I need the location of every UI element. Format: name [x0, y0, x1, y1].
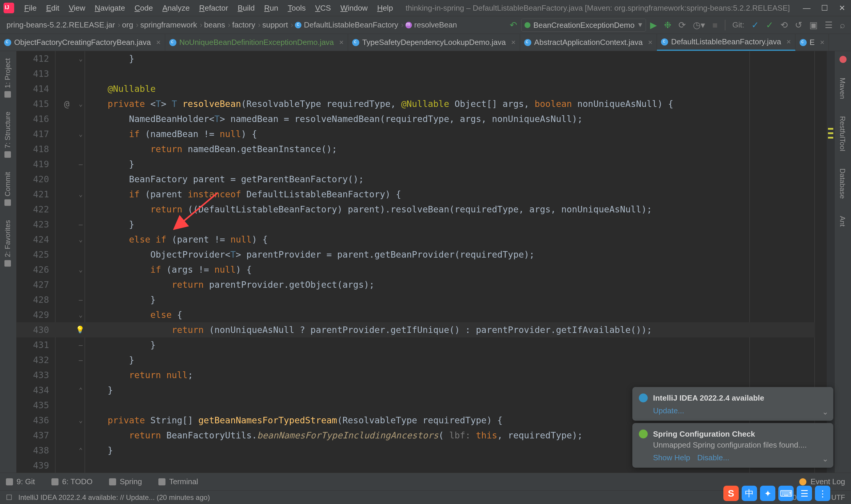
stop-icon[interactable]: ■ [709, 20, 720, 30]
line-number[interactable]: 437 [33, 428, 49, 443]
fold-toggle-icon[interactable]: ⌄ [76, 262, 85, 277]
menu-navigate[interactable]: Navigate [90, 0, 130, 16]
code-line[interactable]: } [86, 337, 156, 353]
fold-toggle-icon[interactable]: ⌄ [76, 187, 85, 202]
status-wm-icon[interactable]: ☐ [6, 493, 13, 502]
line-number[interactable]: 426 [33, 262, 49, 277]
line-number[interactable]: 417 [33, 126, 49, 142]
code-line[interactable]: private <T> T resolveBean(ResolvableType… [86, 96, 673, 111]
close-tab-icon[interactable]: × [784, 37, 791, 47]
ime-key[interactable]: 中 [742, 486, 757, 501]
fold-toggle-icon[interactable]: ⌃ [76, 443, 85, 458]
line-number[interactable]: 433 [33, 367, 49, 382]
line-number[interactable]: 416 [33, 111, 49, 126]
editor-tab[interactable]: E× [795, 34, 829, 51]
code-line[interactable]: return null; [86, 367, 193, 382]
settings-icon[interactable]: ☰ [822, 20, 836, 30]
notification-link[interactable]: Disable... [698, 450, 729, 462]
event-log-button[interactable]: Event Log [811, 477, 845, 486]
close-tab-icon[interactable]: × [646, 38, 652, 47]
ime-key[interactable]: ☰ [797, 486, 812, 501]
chevron-down-icon[interactable]: ⌄ [822, 408, 829, 417]
tool-window-tab[interactable]: Maven [835, 68, 850, 106]
ime-key[interactable]: ⌨ [778, 486, 794, 501]
maximize-button[interactable]: ☐ [816, 0, 833, 16]
code-line[interactable]: return BeanFactoryUtils.beanNamesForType… [86, 428, 583, 443]
tool-window-tab[interactable]: 2: Favorites [0, 213, 15, 274]
line-number[interactable]: 439 [33, 458, 49, 473]
code-line[interactable]: return parentProvider.getObject(args); [86, 277, 374, 292]
menu-code[interactable]: Code [130, 0, 158, 16]
code-line[interactable]: } [86, 443, 113, 458]
line-number[interactable]: 429 [33, 307, 49, 322]
fold-toggle-icon[interactable]: ⌄ [76, 232, 85, 247]
line-number[interactable]: 422 [33, 202, 49, 217]
minimize-button[interactable]: — [798, 0, 816, 16]
menu-analyze[interactable]: Analyze [158, 0, 195, 16]
notification-balloon[interactable]: Spring Configuration CheckUnmapped Sprin… [632, 423, 833, 468]
breadcrumb-item[interactable]: DefaultListableBeanFactory [291, 20, 402, 30]
code-line[interactable]: else if (parent != null) { [86, 232, 268, 247]
breadcrumb-item[interactable]: support [259, 20, 292, 30]
code-line[interactable]: private String[] getBeanNamesForTypedStr… [86, 413, 503, 428]
code-line[interactable]: return namedBean.getBeanInstance(); [86, 142, 337, 157]
chevron-down-icon[interactable]: ⌄ [822, 454, 829, 464]
code-line[interactable]: else { [86, 307, 182, 322]
build-icon[interactable]: ▣ [807, 20, 820, 30]
intention-bulb-icon[interactable]: 💡 [76, 322, 85, 337]
code-line[interactable]: if (args != null) { [86, 262, 252, 277]
tool-window-tab[interactable]: 7: Structure [0, 105, 15, 165]
menu-file[interactable]: File [19, 0, 41, 16]
editor-tab[interactable]: ObjectFactoryCreatingFactoryBean.java× [0, 34, 165, 51]
menu-build[interactable]: Build [233, 0, 259, 16]
fold-toggle-icon[interactable]: ⌃ [76, 382, 85, 398]
gutter-override-icon[interactable]: @ [58, 96, 76, 111]
line-number[interactable]: 430 [33, 322, 49, 337]
code-line[interactable]: return (nonUniqueAsNull ? parentProvider… [86, 322, 652, 337]
line-number[interactable]: 435 [33, 398, 49, 413]
line-number[interactable]: 423 [33, 217, 49, 232]
code-line[interactable]: @Nullable [86, 81, 156, 96]
fold-toggle-icon[interactable]: – [76, 217, 85, 232]
editor-tab[interactable]: TypeSafetyDependencyLookupDemo.java× [348, 34, 520, 51]
fold-toggle-icon[interactable]: ⌄ [76, 96, 85, 111]
notification-link[interactable]: Update... [653, 403, 684, 415]
line-number[interactable]: 427 [33, 277, 49, 292]
breadcrumb-item[interactable]: pring-beans-5.2.2.RELEASE.jar [3, 20, 119, 30]
fold-toggle-icon[interactable]: ⌄ [76, 51, 85, 66]
search-icon[interactable]: ⌕ [837, 20, 848, 30]
breadcrumb-item[interactable]: factory [229, 20, 259, 30]
debug-icon[interactable]: ❉ [661, 20, 674, 30]
menu-edit[interactable]: Edit [41, 0, 64, 16]
git-history-icon[interactable]: ⟲ [777, 20, 791, 30]
code-line[interactable]: } [86, 51, 134, 66]
line-number[interactable]: 420 [33, 172, 49, 187]
close-tab-icon[interactable]: × [509, 38, 515, 47]
fold-toggle-icon[interactable]: – [76, 337, 85, 353]
code-line[interactable]: return ((DefaultListableBeanFactory) par… [86, 202, 652, 217]
breadcrumb-item[interactable]: org [119, 20, 137, 30]
ime-toolbar[interactable]: S中✦⌨☰⋮ [723, 486, 830, 501]
tool-window-tab[interactable]: Database [835, 158, 850, 206]
editor-tab[interactable]: DefaultListableBeanFactory.java× [657, 34, 795, 51]
code-line[interactable]: NamedBeanHolder<T> namedBean = resolveNa… [86, 111, 583, 126]
git-revert-icon[interactable]: ↺ [792, 20, 805, 30]
line-number[interactable]: 425 [33, 247, 49, 262]
menu-window[interactable]: Window [336, 0, 372, 16]
bottom-tool-tab[interactable]: 6: TODO [51, 477, 92, 486]
fold-toggle-icon[interactable]: – [76, 353, 85, 367]
fold-toggle-icon[interactable]: ⌄ [76, 126, 85, 142]
code-line[interactable]: if (namedBean != null) { [86, 126, 257, 142]
menu-run[interactable]: Run [259, 0, 283, 16]
bottom-tool-tab[interactable]: Spring [109, 477, 142, 486]
line-number[interactable]: 432 [33, 353, 49, 367]
breadcrumb-item[interactable]: resolveBean [402, 20, 461, 30]
line-number[interactable]: 428 [33, 292, 49, 307]
line-number[interactable]: 415 [33, 96, 49, 111]
code-line[interactable]: } [86, 382, 113, 398]
line-number[interactable]: 424 [33, 232, 49, 247]
tool-window-tab[interactable]: 1: Project [0, 51, 15, 105]
fold-toggle-icon[interactable]: – [76, 157, 85, 172]
problems-indicator-icon[interactable] [839, 56, 847, 63]
coverage-icon[interactable]: ⟳ [675, 20, 689, 30]
